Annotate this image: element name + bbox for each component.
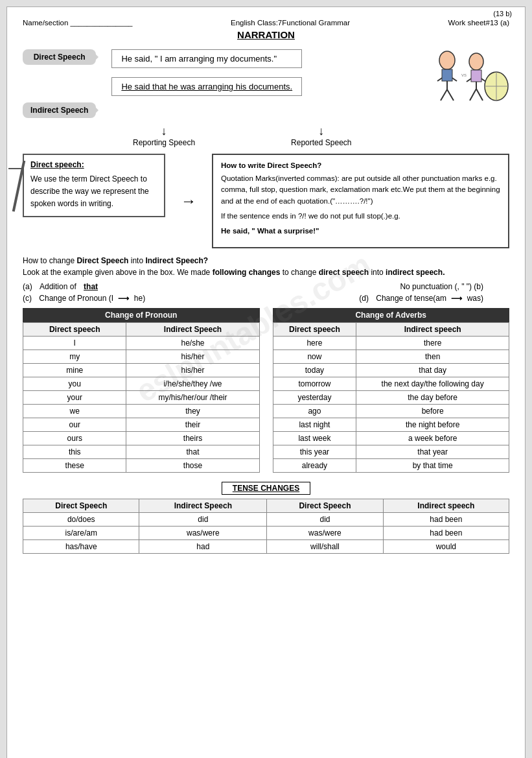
pronoun-table-block: Change of Pronoun Direct speechIndirect …: [23, 308, 260, 473]
pronoun-header-cell: Indirect Speech: [126, 323, 259, 337]
indirect-speech-bubble: Indirect Speech: [23, 102, 96, 118]
how-to-text3: He said, " What a surprise!": [221, 226, 500, 237]
tense-header-cell: Indirect speech: [383, 499, 509, 513]
page-number: (13 b): [493, 10, 512, 18]
cartoon-svg: vs: [408, 41, 512, 106]
svg-point-7: [469, 53, 483, 70]
change-a-label: (a): [23, 282, 32, 291]
table-row: myhis/her: [23, 350, 260, 364]
pronoun-table-title: Change of Pronoun: [23, 308, 260, 322]
svg-point-0: [439, 51, 455, 69]
change-d: (d) Change of tense(am ⟶ was): [359, 294, 483, 303]
table-row: alreadyby that time: [273, 459, 509, 473]
change-c: (c) Change of Pronoun (I ⟶ he): [23, 294, 145, 303]
adverb-table: Direct speechIndirect speech herethereno…: [273, 322, 510, 473]
header-row: Name/section _______________ English Cla…: [23, 19, 509, 27]
table-row: thesethose: [23, 459, 260, 473]
tense-header-cell: Indirect Speech: [139, 499, 267, 513]
table-row: todaythat day: [273, 364, 509, 377]
how-to-text2: If the sentence ends in ?/! we do not pu…: [221, 211, 500, 222]
page-title: NARRATION: [23, 29, 509, 40]
cartoon-area: vs: [408, 41, 512, 108]
table-row: last nightthe night before: [273, 418, 509, 432]
table-row: has/havehadwill/shallwould: [23, 540, 509, 554]
direct-speech-box: He said, " I am arranging my documents.": [111, 49, 302, 68]
table-row: tomorrowthe next day/the following day: [273, 377, 509, 391]
change-d-text: Change of tense(am: [376, 294, 446, 303]
table-row: youi/he/she/they /we: [23, 377, 260, 391]
svg-rect-6: [442, 69, 452, 81]
change-a-text: Addition of: [40, 282, 76, 291]
reporting-labels: ↓ Reporting Speech ↓ Reported Speech: [133, 124, 509, 147]
narration-section: Direct Speech Indirect Speech He said, "…: [23, 47, 509, 118]
svg-line-11: [470, 89, 476, 101]
indirect-speech-example: He said that he was arranging his docume…: [111, 77, 302, 96]
change-row-2: (c) Change of Pronoun (I ⟶ he) (d) Chang…: [23, 294, 509, 303]
adverb-header-cell: Indirect speech: [356, 323, 509, 337]
speech-labels: Direct Speech Indirect Speech: [23, 49, 96, 118]
change-a-word: that: [84, 282, 98, 291]
table-row: ourtheir: [23, 418, 260, 432]
change-a: (a) Addition of that: [23, 282, 98, 291]
change-c-text: Change of Pronoun (I: [39, 294, 113, 303]
tense-header-cell: Direct Speech: [267, 499, 383, 513]
how-to-box: How to write Direct Speech? Quotation Ma…: [212, 154, 509, 248]
tense-header-cell: Direct Speech: [23, 499, 139, 513]
how-to-text1: Quotation Marks(inverted commas): are pu…: [221, 173, 500, 207]
adverb-table-block: Change of Adverbs Direct speechIndirect …: [273, 308, 510, 473]
ds-definition-text: We use the term Direct Speech to describ…: [30, 173, 157, 211]
ds-definition-box: Direct speech: We use the term Direct Sp…: [23, 154, 165, 217]
svg-line-4: [441, 89, 447, 101]
table-row: ourstheirs: [23, 432, 260, 445]
svg-rect-13: [471, 70, 481, 82]
class-label: English Class:7Functional Grammar: [231, 19, 350, 27]
adverb-header-cell: Direct speech: [273, 323, 356, 337]
table-row: nowthen: [273, 350, 509, 364]
table-row: is/are/amwas/werewas/werehad been: [23, 527, 509, 540]
worksheet-page: eslprintables.com (13 b) Name/section __…: [6, 6, 526, 758]
arrow-right-icon: →: [181, 192, 196, 210]
change-b-label: No punctuation (, " ") (b): [400, 282, 483, 291]
change-b: No punctuation (, " ") (b): [400, 282, 483, 291]
table-row: yourmy/his/her/our /their: [23, 391, 260, 405]
change-desc: Look at the example given above in the b…: [23, 268, 509, 277]
reporting-speech-label: Reporting Speech: [133, 138, 195, 147]
change-row-1: (a) Addition of that No punctuation (, "…: [23, 282, 509, 291]
table-row: wethey: [23, 405, 260, 418]
change-d-label: (d): [359, 294, 369, 303]
svg-line-12: [476, 89, 483, 101]
tense-section: TENSE CHANGES Direct SpeechIndirect Spee…: [23, 482, 509, 554]
name-label: Name/section _______________: [23, 19, 132, 27]
table-row: herethere: [273, 337, 509, 350]
ds-definition-title: Direct speech:: [30, 160, 157, 169]
table-row: thisthat: [23, 445, 260, 459]
worksheet-label: Work sheet#13 (a): [448, 19, 509, 27]
table-row: do/doesdiddidhad been: [23, 513, 509, 527]
pronoun-header-cell: Direct speech: [23, 323, 126, 337]
how-to-title: How to write Direct Speech?: [221, 161, 500, 169]
middle-section: Direct speech: We use the term Direct Sp…: [23, 154, 509, 248]
change-d-result: was): [467, 294, 483, 303]
change-section: How to change Direct Speech into Indirec…: [23, 256, 509, 303]
direct-speech-bubble: Direct Speech: [23, 49, 96, 65]
table-row: Ihe/she: [23, 337, 260, 350]
table-row: this yearthat year: [273, 445, 509, 459]
change-intro: How to change Direct Speech into Indirec…: [23, 256, 509, 265]
change-c-result: he): [134, 294, 145, 303]
svg-line-5: [447, 89, 454, 101]
tense-title: TENSE CHANGES: [222, 482, 310, 495]
tense-table: Direct SpeechIndirect SpeechDirect Speec…: [23, 499, 509, 554]
adverb-table-title: Change of Adverbs: [273, 308, 510, 322]
svg-text:vs: vs: [461, 72, 467, 78]
change-c-label: (c): [23, 294, 32, 303]
speech-boxes: He said, " I am arranging my documents."…: [111, 49, 302, 96]
table-row: agobefore: [273, 405, 509, 418]
table-row: yesterdaythe day before: [273, 391, 509, 405]
reported-speech-label: Reported Speech: [291, 138, 351, 147]
table-row: last weeka week before: [273, 432, 509, 445]
pronoun-table: Direct speechIndirect Speech Ihe/shemyhi…: [23, 322, 260, 473]
tables-section: Change of Pronoun Direct speechIndirect …: [23, 308, 509, 473]
table-row: minehis/her: [23, 364, 260, 377]
